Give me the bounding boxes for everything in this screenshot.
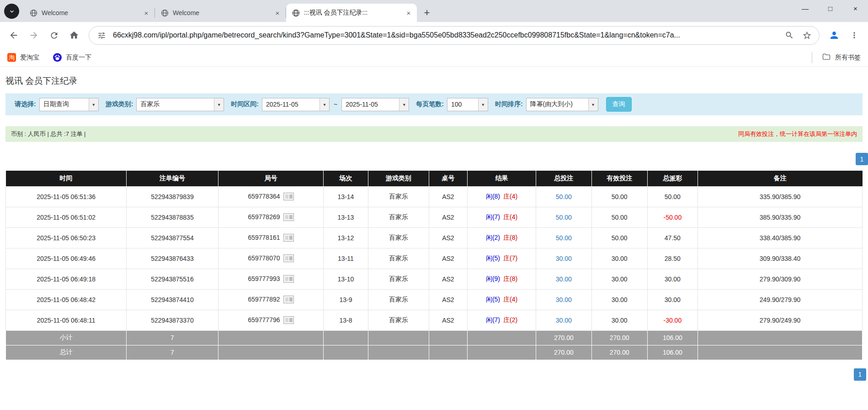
session-cell: 13-13 — [324, 207, 368, 227]
tab-close-icon[interactable]: × — [273, 8, 282, 17]
round-number: 659778161 — [248, 234, 280, 241]
summary-cell — [468, 345, 536, 360]
game-type-cell: 百家乐 — [368, 227, 429, 248]
chevron-down-icon[interactable]: ▾ — [89, 98, 98, 111]
game-type-cell: 百家乐 — [368, 248, 429, 269]
home-button[interactable] — [65, 26, 83, 44]
note-cell: 249.90/279.90 — [698, 289, 863, 310]
bet-id-cell: 522943876433 — [127, 248, 218, 269]
address-bar[interactable]: 66cxkj98.com/ipl/portal.php/game/betreco… — [89, 26, 820, 45]
player-result: 闲(8) — [486, 193, 500, 200]
round-result-icon[interactable] — [283, 275, 294, 283]
total-bet-link[interactable]: 30.00 — [536, 248, 591, 269]
payout-cell: 30.00 — [647, 269, 698, 289]
zoom-icon[interactable] — [783, 29, 795, 41]
result-cell: 闲(7)庄(4) — [468, 207, 536, 227]
total-bet-link[interactable]: 50.00 — [536, 227, 591, 248]
query-type-combobox[interactable]: ▾ — [39, 98, 99, 111]
note-cell: 279.90/309.90 — [698, 269, 863, 289]
total-bet-link[interactable]: 30.00 — [536, 289, 591, 310]
note-cell: 385.90/335.90 — [698, 207, 863, 227]
total-bet-link[interactable]: 50.00 — [536, 186, 591, 207]
table-row: 2025-11-05 06:51:02 522943878835 6597782… — [6, 207, 863, 227]
banker-result: 庄(8) — [503, 275, 517, 282]
sort-order-input[interactable] — [527, 98, 588, 111]
tab-bet-record[interactable]: :::视讯 会员下注纪录::: × — [286, 4, 417, 22]
site-settings-icon[interactable] — [96, 29, 107, 41]
query-type-input[interactable] — [40, 98, 89, 111]
game-type-cell: 百家乐 — [368, 207, 429, 227]
valid-bet-cell: 50.00 — [591, 207, 647, 227]
sort-order-combobox[interactable]: ▾ — [526, 98, 598, 111]
back-button[interactable] — [5, 26, 23, 44]
column-header: 时间 — [6, 171, 127, 186]
search-button[interactable]: 查询 — [606, 97, 632, 112]
round-result-icon[interactable] — [283, 234, 294, 242]
note-cell: 279.90/249.90 — [698, 310, 863, 330]
round-result-icon[interactable] — [283, 213, 294, 221]
game-type-combobox[interactable]: ▾ — [136, 98, 224, 111]
tab-welcome-1[interactable]: Welcome × — [24, 4, 154, 22]
player-result: 闲(7) — [486, 213, 500, 221]
round-cell: 659777892 — [218, 289, 324, 310]
bookmark-label: 百度一下 — [66, 54, 91, 62]
page-number-button[interactable]: 1 — [854, 368, 866, 381]
chevron-down-icon[interactable]: ▾ — [320, 98, 329, 111]
game-type-input[interactable] — [137, 98, 214, 111]
bookmark-aitaobao[interactable]: 淘 爱淘宝 — [7, 53, 39, 62]
tab-welcome-2[interactable]: Welcome × — [155, 4, 286, 22]
refresh-button[interactable] — [45, 26, 63, 44]
total-bet-link[interactable]: 50.00 — [536, 207, 591, 227]
round-result-icon[interactable] — [283, 254, 294, 262]
forward-button[interactable] — [25, 26, 43, 44]
maximize-button[interactable]: □ — [818, 0, 843, 16]
table-number-cell: AS2 — [429, 248, 467, 269]
bookmark-baidu[interactable]: 百度一下 — [53, 53, 91, 62]
baidu-icon — [53, 53, 62, 62]
round-cell: 659778070 — [218, 248, 324, 269]
page-size-input[interactable] — [447, 98, 478, 111]
globe-icon — [292, 9, 300, 17]
banker-result: 庄(7) — [503, 254, 517, 262]
chevron-down-icon[interactable]: ▾ — [588, 98, 598, 111]
round-number: 659778269 — [248, 213, 280, 221]
summary-cell — [429, 345, 467, 360]
page-number-button[interactable]: 1 — [856, 153, 868, 165]
date-from-picker[interactable]: ▾ — [262, 98, 330, 111]
note-cell: 309.90/338.40 — [698, 248, 863, 269]
round-result-icon[interactable] — [283, 193, 294, 200]
folder-icon — [822, 52, 831, 63]
chevron-down-icon[interactable]: ▾ — [478, 98, 488, 111]
tab-search-button[interactable] — [4, 4, 19, 19]
close-button[interactable]: × — [843, 0, 868, 16]
url-text[interactable]: 66cxkj98.com/ipl/portal.php/game/betreco… — [113, 31, 778, 39]
tab-title: Welcome — [42, 9, 138, 16]
session-cell: 13-14 — [324, 186, 368, 207]
round-result-icon[interactable] — [283, 316, 294, 324]
date-from-input[interactable] — [262, 98, 320, 111]
bookmark-star-icon[interactable] — [801, 29, 813, 41]
total-bet-link[interactable]: 30.00 — [536, 310, 591, 330]
date-to-input[interactable] — [342, 98, 399, 111]
all-bookmarks-button[interactable]: 所有书签 — [812, 52, 861, 63]
round-number: 659778070 — [248, 254, 280, 262]
total-bet-link[interactable]: 30.00 — [536, 269, 591, 289]
tab-close-icon[interactable]: × — [142, 8, 151, 17]
summary-cell — [429, 330, 467, 345]
summary-cell — [324, 345, 368, 360]
game-type-cell: 百家乐 — [368, 289, 429, 310]
total-row: 总计7270.00270.00106.00 — [6, 345, 863, 360]
round-result-icon[interactable] — [283, 296, 294, 303]
valid-bet-cell: 30.00 — [591, 289, 647, 310]
chevron-down-icon[interactable]: ▾ — [399, 98, 409, 111]
profile-avatar[interactable] — [825, 26, 843, 44]
tab-close-icon[interactable]: × — [404, 8, 413, 17]
new-tab-button[interactable]: + — [420, 6, 434, 20]
separator — [812, 52, 812, 63]
query-type-label: 请选择: — [15, 100, 36, 108]
chevron-down-icon[interactable]: ▾ — [214, 98, 224, 111]
minimize-button[interactable]: — — [793, 0, 818, 16]
page-size-combobox[interactable]: ▾ — [447, 98, 488, 111]
menu-icon[interactable] — [845, 26, 863, 44]
date-to-picker[interactable]: ▾ — [341, 98, 409, 111]
